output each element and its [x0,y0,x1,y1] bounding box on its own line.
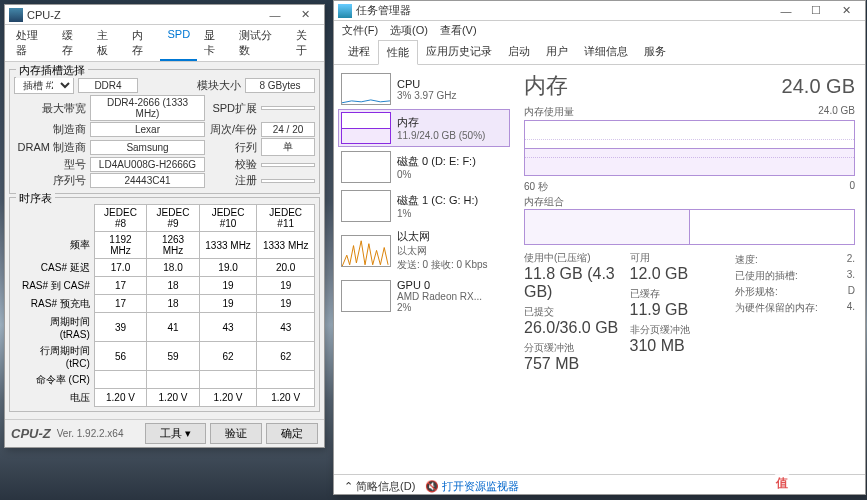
perf-card-mem[interactable]: 内存11.9/24.0 GB (50%) [338,109,510,147]
tm-tab[interactable]: 详细信息 [576,40,636,64]
tab-7[interactable]: 关于 [289,25,324,61]
perf-card-disk[interactable]: 磁盘 1 (C: G: H:)1% [338,187,510,225]
perf-card-disk[interactable]: 磁盘 0 (D: E: F:)0% [338,148,510,186]
verify-button[interactable]: 验证 [210,423,262,444]
usage-max: 24.0 GB [818,105,855,119]
taskmgr-icon [338,4,352,18]
tm-tab[interactable]: 性能 [378,40,418,65]
tab-0[interactable]: 处理器 [9,25,55,61]
watermark-icon: 值 [771,472,793,494]
timing-table: JEDEC #8JEDEC #9JEDEC #10JEDEC #11频率1192… [14,204,315,407]
tools-button[interactable]: 工具 ▾ [145,423,206,444]
menu-item[interactable]: 文件(F) [342,23,378,38]
thumb-cpu [341,73,391,105]
cpuz-title: CPU-Z [27,9,260,21]
usage-label: 内存使用量 [524,105,574,119]
slot-group: 内存插槽选择 插槽 #2 DDR4 模块大小 8 GBytes 最大带宽DDR4… [9,69,320,194]
tab-1[interactable]: 缓存 [55,25,90,61]
watermark: 值 什么值得买 [771,472,857,494]
memory-usage-chart [524,120,855,176]
tm-tab[interactable]: 进程 [340,40,378,64]
thumb-mem [341,112,391,144]
detail-heading: 内存 [524,71,568,101]
thumb-disk [341,151,391,183]
tm-tab[interactable]: 启动 [500,40,538,64]
perf-card-gpu[interactable]: GPU 0AMD Radeon RX...2% [338,276,510,316]
slot-type: DDR4 [78,78,138,93]
tm-tab[interactable]: 服务 [636,40,674,64]
open-resmon-link[interactable]: 🔇 打开资源监视器 [425,479,519,494]
cpuz-icon [9,8,23,22]
menu-item[interactable]: 查看(V) [440,23,477,38]
minimize-button[interactable]: — [771,5,801,17]
cpuz-tabs: 处理器缓存主板内存SPD显卡测试分数关于 [5,25,324,62]
tab-6[interactable]: 测试分数 [232,25,288,61]
ok-button[interactable]: 确定 [266,423,318,444]
thumb-gpu [341,280,391,312]
cpuz-titlebar[interactable]: CPU-Z — ✕ [5,5,324,25]
thumb-disk [341,190,391,222]
minimize-button[interactable]: — [260,9,290,21]
tm-titlebar[interactable]: 任务管理器 — ☐ ✕ [334,1,865,21]
tab-2[interactable]: 主板 [90,25,125,61]
thumb-net [341,235,391,267]
slot-group-label: 内存插槽选择 [16,63,88,78]
taskmgr-window: 任务管理器 — ☐ ✕ 文件(F)选项(O)查看(V) 进程性能应用历史记录启动… [333,0,866,495]
tab-4[interactable]: SPD [160,25,197,61]
timing-group: 时序表 JEDEC #8JEDEC #9JEDEC #10JEDEC #11频率… [9,197,320,412]
tm-menubar: 文件(F)选项(O)查看(V) [334,21,865,40]
menu-item[interactable]: 选项(O) [390,23,428,38]
slot-select[interactable]: 插槽 #2 [14,77,74,94]
maximize-button[interactable]: ☐ [801,4,831,17]
fewer-details-toggle[interactable]: ⌃ 简略信息(D) [344,479,415,494]
close-button[interactable]: ✕ [831,4,861,17]
watermark-text: 什么值得买 [797,475,857,492]
close-button[interactable]: ✕ [290,8,320,21]
detail-total: 24.0 GB [782,75,855,98]
perf-card-cpu[interactable]: CPU3% 3.97 GHz [338,70,510,108]
cpuz-version: Ver. 1.92.2.x64 [57,428,141,439]
tm-tab[interactable]: 应用历史记录 [418,40,500,64]
tm-tab[interactable]: 用户 [538,40,576,64]
cpuz-logo: CPU-Z [11,426,51,441]
module-size-label: 模块大小 [138,78,245,93]
tab-5[interactable]: 显卡 [197,25,232,61]
x-axis-left: 60 秒 [524,180,548,194]
cpuz-window: CPU-Z — ✕ 处理器缓存主板内存SPD显卡测试分数关于 内存插槽选择 插槽… [4,4,325,448]
module-size: 8 GBytes [245,78,315,93]
tm-title: 任务管理器 [356,3,771,18]
memory-composition-chart [524,209,855,245]
tm-tabs: 进程性能应用历史记录启动用户详细信息服务 [334,40,865,65]
perf-card-net[interactable]: 以太网以太网发送: 0 接收: 0 Kbps [338,226,510,275]
tm-detail: 内存 24.0 GB 内存使用量 24.0 GB 60 秒 0 内存组合 使用中… [514,65,865,474]
timing-group-label: 时序表 [16,191,55,206]
tm-sidebar: CPU3% 3.97 GHz内存11.9/24.0 GB (50%)磁盘 0 (… [334,65,514,474]
cpuz-footer: CPU-Z Ver. 1.92.2.x64 工具 ▾ 验证 确定 [5,419,324,447]
composition-label: 内存组合 [524,196,564,207]
tab-3[interactable]: 内存 [125,25,160,61]
x-axis-right: 0 [849,180,855,194]
